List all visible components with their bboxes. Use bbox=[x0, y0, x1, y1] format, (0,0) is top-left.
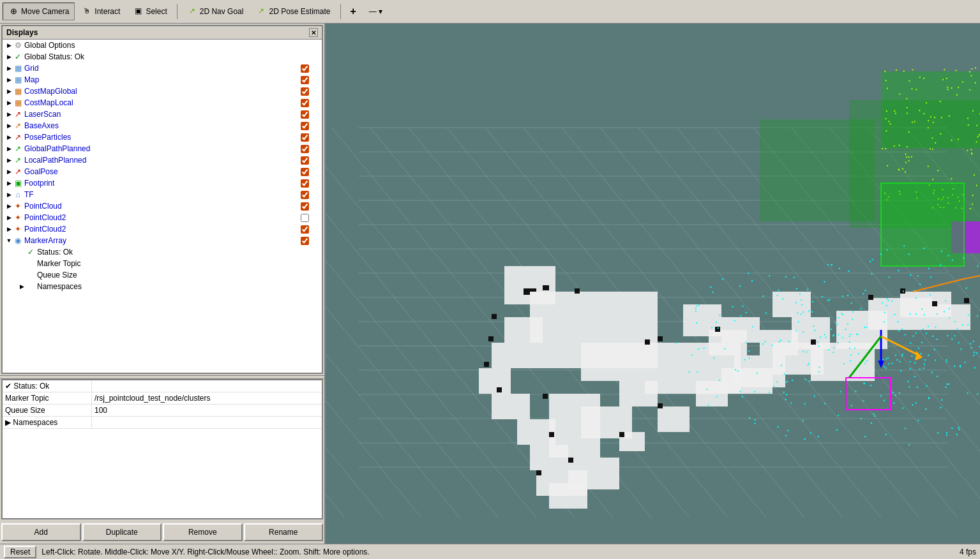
tree-item-costmapglobal[interactable]: ▶▦CostMapGlobal bbox=[3, 86, 322, 97]
checkbox-col-map bbox=[289, 76, 320, 84]
checkbox-globalpathplanned[interactable] bbox=[301, 145, 309, 153]
checkbox-col-tf bbox=[289, 191, 320, 199]
interact-button[interactable]: 🖱 Interact bbox=[76, 3, 126, 20]
expand-arrow-global-options[interactable]: ▶ bbox=[5, 41, 13, 49]
tree-item-global-options[interactable]: ▶⚙Global Options bbox=[3, 40, 322, 51]
checkbox-pointcloud2b[interactable] bbox=[301, 225, 309, 234]
item-label-pointcloud: PointCloud bbox=[24, 202, 289, 211]
tree-item-pointcloud2b[interactable]: ▶✦PointCloud2 bbox=[3, 223, 322, 235]
viewport-canvas bbox=[326, 24, 980, 544]
plus-button[interactable]: + bbox=[345, 3, 362, 20]
pose-estimate-button[interactable]: ↗ 2D Pose Estimate bbox=[250, 3, 336, 20]
3d-viewport[interactable] bbox=[326, 24, 980, 544]
nav-goal-button[interactable]: ↗ 2D Nav Goal bbox=[181, 3, 250, 20]
tree-item-pointcloud[interactable]: ▶✦PointCloud bbox=[3, 200, 322, 212]
checkbox-costmaplocal[interactable] bbox=[301, 99, 309, 107]
item-icon-global-options: ⚙ bbox=[13, 40, 23, 50]
tree-item-grid[interactable]: ▶▦Grid bbox=[3, 63, 322, 74]
prop-row-status: ✔ Status: Ok bbox=[3, 380, 322, 392]
tree-item-namespaces[interactable]: ▶Namespaces bbox=[3, 281, 322, 292]
expand-arrow-map[interactable]: ▶ bbox=[5, 76, 13, 84]
item-icon-status-ok: ✓ bbox=[26, 247, 36, 257]
duplicate-button[interactable]: Duplicate bbox=[82, 523, 162, 541]
expand-arrow-poseparticles[interactable]: ▶ bbox=[5, 133, 13, 141]
expand-arrow-grid[interactable]: ▶ bbox=[5, 64, 13, 72]
select-button[interactable]: ▣ Select bbox=[127, 3, 172, 20]
checkbox-grid[interactable] bbox=[301, 64, 309, 73]
plus-icon: + bbox=[351, 6, 356, 17]
checkbox-costmapglobal[interactable] bbox=[301, 87, 309, 96]
expand-arrow-baseaxes[interactable]: ▶ bbox=[5, 122, 13, 130]
expand-arrow-markerarray[interactable]: ▼ bbox=[5, 237, 13, 244]
expand-arrow-pointcloud2a[interactable]: ▶ bbox=[5, 214, 13, 221]
expand-arrow-costmaplocal[interactable]: ▶ bbox=[5, 99, 13, 107]
tree-item-pointcloud2a[interactable]: ▶✦PointCloud2 bbox=[3, 212, 322, 223]
move-camera-icon: ⊕ bbox=[8, 6, 19, 17]
add-button[interactable]: Add bbox=[1, 523, 81, 541]
tree-item-footprint[interactable]: ▶▣Footprint bbox=[3, 177, 322, 189]
expand-arrow-global-status[interactable]: ▶ bbox=[5, 53, 13, 61]
tree-item-markerarray[interactable]: ▼◉MarkerArray bbox=[3, 235, 322, 246]
item-label-globalpathplanned: GlobalPathPlanned bbox=[24, 144, 289, 153]
expand-arrow-queue-size[interactable] bbox=[18, 271, 26, 279]
dropdown-icon: — ▾ bbox=[369, 7, 382, 16]
remove-button[interactable]: Remove bbox=[163, 523, 243, 541]
checkbox-localpathplanned[interactable] bbox=[301, 156, 309, 165]
reset-button[interactable]: Reset bbox=[4, 546, 36, 558]
tree-item-poseparticles[interactable]: ▶↗PoseParticles bbox=[3, 131, 322, 143]
tree-item-map[interactable]: ▶▦Map bbox=[3, 74, 322, 86]
checkbox-laserscan[interactable] bbox=[301, 110, 309, 119]
rename-button[interactable]: Rename bbox=[244, 523, 324, 541]
expand-arrow-goalpose[interactable]: ▶ bbox=[5, 168, 13, 175]
checkbox-col-localpathplanned bbox=[289, 156, 320, 165]
checkbox-pointcloud[interactable] bbox=[301, 202, 309, 211]
expand-arrow-costmapglobal[interactable]: ▶ bbox=[5, 87, 13, 95]
checkbox-map[interactable] bbox=[301, 76, 309, 84]
move-camera-button[interactable]: ⊕ Move Camera bbox=[3, 3, 75, 20]
checkbox-tf[interactable] bbox=[301, 191, 309, 199]
displays-close-button[interactable]: ✕ bbox=[309, 28, 318, 37]
checkbox-pointcloud2a[interactable] bbox=[301, 214, 309, 222]
tree-item-globalpathplanned[interactable]: ▶↗GlobalPathPlanned bbox=[3, 143, 322, 154]
expand-arrow-namespaces[interactable]: ▶ bbox=[18, 283, 26, 290]
expand-arrow-status-ok[interactable] bbox=[18, 248, 26, 256]
expand-arrow-localpathplanned[interactable]: ▶ bbox=[5, 156, 13, 164]
tree-item-global-status[interactable]: ▶✓Global Status: Ok bbox=[3, 51, 322, 63]
tree-item-baseaxes[interactable]: ▶↗BaseAxes bbox=[3, 120, 322, 131]
checkbox-markerarray[interactable] bbox=[301, 237, 309, 245]
displays-title: Displays bbox=[6, 28, 38, 37]
checkbox-goalpose[interactable] bbox=[301, 168, 309, 176]
prop-val-namespaces bbox=[92, 421, 97, 424]
expand-arrow-tf[interactable]: ▶ bbox=[5, 191, 13, 198]
displays-tree[interactable]: ▶⚙Global Options▶✓Global Status: Ok▶▦Gri… bbox=[3, 40, 322, 373]
checkbox-footprint[interactable] bbox=[301, 179, 309, 188]
expand-arrow-footprint[interactable]: ▶ bbox=[5, 179, 13, 187]
expand-arrow-laserscan[interactable]: ▶ bbox=[5, 110, 13, 118]
tree-item-localpathplanned[interactable]: ▶↗LocalPathPlanned bbox=[3, 154, 322, 166]
prop-key-status: ✔ Status: Ok bbox=[3, 380, 92, 392]
prop-row-marker-topic: Marker Topic /rsj_pointcloud_test_node/c… bbox=[3, 392, 322, 405]
tree-item-laserscan[interactable]: ▶↗LaserScan bbox=[3, 108, 322, 120]
tree-item-marker-topic[interactable]: Marker Topic bbox=[3, 258, 322, 269]
expand-arrow-pointcloud2b[interactable]: ▶ bbox=[5, 225, 13, 233]
fps-counter: 4 fps bbox=[960, 548, 976, 556]
dropdown-button[interactable]: — ▾ bbox=[363, 3, 388, 20]
properties-panel: ✔ Status: Ok Marker Topic /rsj_pointclou… bbox=[1, 379, 323, 519]
select-label: Select bbox=[146, 7, 167, 16]
expand-arrow-globalpathplanned[interactable]: ▶ bbox=[5, 145, 13, 153]
expand-arrow-pointcloud[interactable]: ▶ bbox=[5, 202, 13, 210]
checkbox-poseparticles[interactable] bbox=[301, 133, 309, 142]
item-label-costmaplocal: CostMapLocal bbox=[24, 98, 289, 107]
checkbox-col-grid bbox=[289, 64, 320, 73]
item-icon-globalpathplanned: ↗ bbox=[13, 144, 23, 154]
expand-arrow-marker-topic[interactable] bbox=[18, 260, 26, 267]
button-bar: Add Duplicate Remove Rename bbox=[0, 521, 324, 544]
tree-item-queue-size[interactable]: Queue Size bbox=[3, 269, 322, 281]
tree-item-tf[interactable]: ▶⌂TF bbox=[3, 189, 322, 200]
tree-item-goalpose[interactable]: ▶↗GoalPose bbox=[3, 166, 322, 177]
checkbox-baseaxes[interactable] bbox=[301, 122, 309, 130]
tree-item-costmaplocal[interactable]: ▶▦CostMapLocal bbox=[3, 97, 322, 108]
separator-1 bbox=[177, 4, 177, 19]
tree-item-status-ok[interactable]: ✓Status: Ok bbox=[3, 246, 322, 258]
main-area: Displays ✕ ▶⚙Global Options▶✓Global Stat… bbox=[0, 24, 980, 544]
